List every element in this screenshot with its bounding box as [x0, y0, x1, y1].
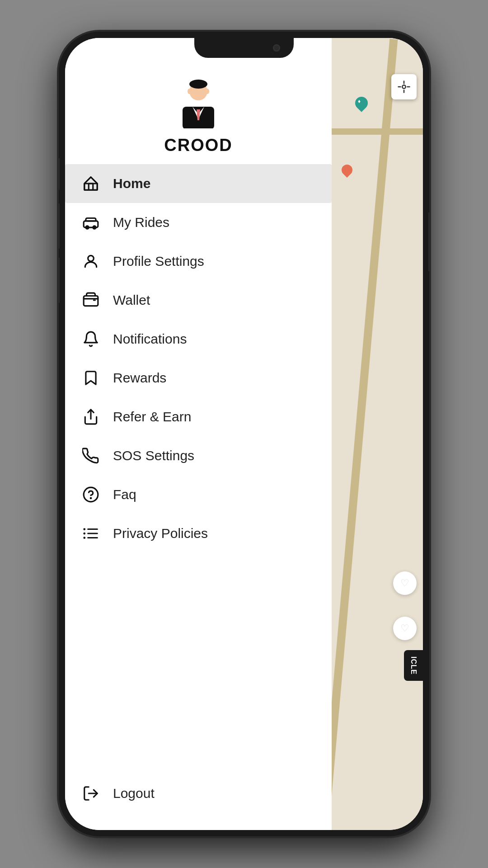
sidebar-item-profile-settings[interactable]: Profile Settings — [65, 242, 332, 281]
car-icon — [81, 213, 100, 232]
svg-point-12 — [206, 89, 209, 94]
avatar — [174, 79, 223, 128]
svg-point-17 — [88, 255, 94, 261]
sidebar-item-sos-settings-label: SOS Settings — [113, 448, 194, 463]
list-icon — [81, 524, 100, 543]
svg-point-15 — [86, 226, 89, 229]
profile-section: CROOD — [65, 65, 332, 164]
logout-label: Logout — [113, 786, 155, 801]
share-icon — [81, 407, 100, 426]
sidebar-item-my-rides[interactable]: My Rides — [65, 203, 332, 242]
app-name: CROOD — [164, 136, 232, 155]
sidebar-item-sos-settings[interactable]: SOS Settings — [65, 436, 332, 475]
favorite-button-1[interactable]: ♡ — [393, 571, 417, 595]
sidebar-drawer: CROOD Home — [65, 38, 332, 830]
notch — [194, 38, 294, 58]
logout-icon — [81, 784, 100, 803]
sidebar-item-home[interactable]: Home — [65, 164, 332, 203]
phone-icon — [81, 446, 100, 465]
sidebar-item-wallet-label: Wallet — [113, 292, 150, 308]
mute-button[interactable] — [59, 258, 60, 303]
sidebar-item-wallet[interactable]: Wallet — [65, 281, 332, 320]
sidebar-item-notifications-label: Notifications — [113, 331, 187, 347]
screen: ♡ ♡ ICLE — [65, 38, 423, 830]
sidebar-item-faq-label: Faq — [113, 487, 136, 502]
gps-button[interactable] — [391, 74, 417, 99]
bookmark-icon — [81, 368, 100, 387]
favorite-button-2[interactable]: ♡ — [393, 617, 417, 640]
svg-point-0 — [402, 85, 406, 89]
map-pin-orange — [342, 165, 352, 178]
add-vehicle-button[interactable]: ICLE — [404, 650, 423, 681]
map-road — [321, 39, 398, 829]
map-pin-teal — [355, 97, 368, 112]
volume-up-button[interactable] — [59, 158, 60, 190]
sidebar-item-privacy-policies-label: Privacy Policies — [113, 526, 208, 541]
volume-down-button[interactable] — [59, 203, 60, 249]
sidebar-item-rewards[interactable]: Rewards — [65, 359, 332, 397]
svg-point-6 — [189, 80, 207, 89]
phone-screen: ♡ ♡ ICLE — [65, 38, 423, 830]
bell-icon — [81, 330, 100, 349]
sidebar-item-rewards-label: Rewards — [113, 370, 166, 386]
sidebar-item-faq[interactable]: Faq — [65, 475, 332, 514]
sidebar-item-notifications[interactable]: Notifications — [65, 320, 332, 359]
logout-button[interactable]: Logout — [65, 775, 332, 830]
sidebar-item-refer-earn-label: Refer & Earn — [113, 409, 191, 425]
nav-list: Home My Rides Profile Sett — [65, 164, 332, 775]
sidebar-item-privacy-policies[interactable]: Privacy Policies — [65, 514, 332, 553]
svg-point-16 — [93, 226, 96, 229]
help-circle-icon — [81, 485, 100, 504]
svg-point-11 — [188, 89, 191, 94]
power-button[interactable] — [428, 212, 429, 271]
sidebar-item-profile-settings-label: Profile Settings — [113, 254, 204, 269]
home-icon — [81, 174, 100, 193]
wallet-icon — [81, 291, 100, 310]
phone-frame: ♡ ♡ ICLE — [59, 32, 429, 836]
sidebar-item-refer-earn[interactable]: Refer & Earn — [65, 397, 332, 436]
sidebar-item-my-rides-label: My Rides — [113, 215, 169, 230]
svg-rect-13 — [84, 184, 98, 190]
person-icon — [81, 252, 100, 271]
sidebar-item-home-label: Home — [113, 176, 150, 191]
svg-rect-18 — [84, 296, 98, 306]
front-camera — [273, 44, 280, 52]
